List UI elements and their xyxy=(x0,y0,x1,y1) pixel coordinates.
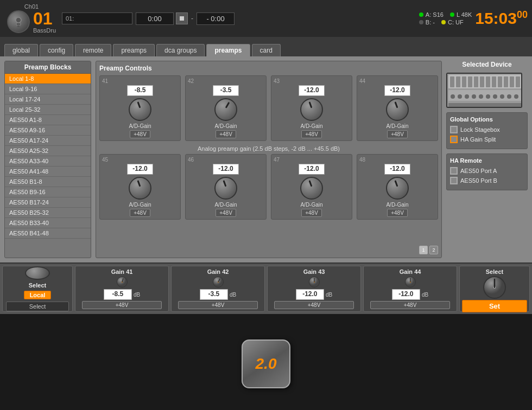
lock-stagebox-checkbox[interactable] xyxy=(450,126,458,133)
gain-value-43[interactable]: -12.0 xyxy=(299,85,325,96)
gain-knob-42[interactable] xyxy=(214,98,237,121)
gain-44-phantom-btn[interactable]: +48V xyxy=(370,301,450,309)
gain-42-value[interactable]: -3.5 xyxy=(200,289,228,300)
gain-value-45[interactable]: -12.0 xyxy=(127,164,153,175)
phantom-btn-44[interactable]: +48V xyxy=(387,130,408,138)
block-item-local-17-24[interactable]: Local 17-24 xyxy=(5,94,91,105)
gain-value-48[interactable]: -12.0 xyxy=(384,164,410,175)
svg-point-0 xyxy=(16,17,21,23)
gain-43-value[interactable]: -12.0 xyxy=(296,289,324,300)
ha-gain-split-checkbox[interactable] xyxy=(450,136,458,143)
block-item-aes50-a25-32[interactable]: AES50 A25-32 xyxy=(5,146,91,156)
set-knob[interactable] xyxy=(482,275,507,300)
gain-value-41[interactable]: -8.5 xyxy=(127,85,153,96)
gain-44-value[interactable]: -12.0 xyxy=(392,289,420,300)
block-item-aes50-b33-40[interactable]: AES50 B33-40 xyxy=(5,218,91,228)
gain-label-43: A/D-Gain xyxy=(300,123,322,129)
gain-41-value[interactable]: -8.5 xyxy=(104,289,132,300)
block-item-aes50-b1-8[interactable]: AES50 B1-8 xyxy=(5,177,91,187)
svg-rect-9 xyxy=(462,76,466,87)
gain-ch-43: 43 -12.0 A/D-Gain +48V xyxy=(271,75,352,141)
phantom-btn-45[interactable]: +48V xyxy=(130,209,150,217)
gain-knob-44[interactable] xyxy=(386,98,409,121)
svg-rect-15 xyxy=(498,76,502,87)
gain-44-knob[interactable] xyxy=(398,276,423,288)
tab-preamps1[interactable]: preamps xyxy=(113,44,155,56)
gain-knob-41[interactable] xyxy=(129,98,151,121)
phantom-btn-41[interactable]: +48V xyxy=(130,130,150,138)
gain-42-phantom-btn[interactable]: +48V xyxy=(178,301,258,309)
gain-42-label: Gain 42 xyxy=(207,268,229,275)
phantom-btn-42[interactable]: +48V xyxy=(216,130,236,138)
gain-knob-47[interactable] xyxy=(300,177,323,200)
svg-rect-29 xyxy=(448,103,522,108)
bottom-gain-42: Gain 42 -3.5 dB +48V xyxy=(171,266,265,312)
gain-41-phantom-btn[interactable]: +48V xyxy=(82,301,162,309)
channel-icon xyxy=(7,10,30,33)
svg-rect-1 xyxy=(16,23,21,25)
block-item-aes50-b41-48[interactable]: AES50 B41-48 xyxy=(5,228,91,239)
gain-knob-46[interactable] xyxy=(214,177,237,200)
phantom-btn-48[interactable]: +48V xyxy=(387,209,408,217)
bottom-select-left-value[interactable]: Local xyxy=(24,291,52,299)
block-item-aes50-a17-24[interactable]: AES50 A17-24 xyxy=(5,136,91,146)
gain-42-knob[interactable] xyxy=(206,276,231,288)
gain-value-44[interactable]: -12.0 xyxy=(384,85,410,96)
gain-41-label: Gain 41 xyxy=(111,268,133,275)
ha-gain-split-label: HA Gain Split xyxy=(460,136,496,143)
tab-config[interactable]: config xyxy=(40,44,73,56)
block-item-aes50-b9-16[interactable]: AES50 B9-16 xyxy=(5,187,91,197)
block-item-aes50-a1-8[interactable]: AES50 A1-8 xyxy=(5,115,91,125)
ha-port-b-checkbox[interactable] xyxy=(450,177,458,184)
phantom-btn-46[interactable]: +48V xyxy=(216,209,236,217)
svg-point-24 xyxy=(486,94,490,99)
block-item-aes50-b25-32[interactable]: AES50 B25-32 xyxy=(5,208,91,218)
tab-dca-groups[interactable]: dca groups xyxy=(156,44,205,56)
block-item-aes50-b17-24[interactable]: AES50 B17-24 xyxy=(5,197,91,208)
ch-num-48: 48 xyxy=(359,157,365,163)
block-item-local-25-32[interactable]: Local 25-32 xyxy=(5,105,91,115)
bottom-knob-left[interactable] xyxy=(25,266,50,280)
ch-num-45: 45 xyxy=(102,157,108,163)
stop-button[interactable] xyxy=(176,12,188,24)
block-item-local-9-16[interactable]: Local 9-16 xyxy=(5,84,91,94)
phantom-btn-47[interactable]: +48V xyxy=(301,209,322,217)
gain-value-46[interactable]: -12.0 xyxy=(213,164,239,175)
bottom-select-left-btn[interactable]: Select xyxy=(6,302,68,311)
tab-remote[interactable]: remote xyxy=(75,44,111,56)
track-input[interactable] xyxy=(62,12,132,24)
gain-knob-48[interactable] xyxy=(386,177,409,200)
page-1[interactable]: 1 xyxy=(419,246,428,254)
lock-stagebox-row: Lock Stagebox xyxy=(450,126,524,133)
gain-41-knob[interactable] xyxy=(110,276,135,288)
gain-42-value-row: -3.5 dB xyxy=(200,289,236,300)
status-c: C: UF xyxy=(448,19,464,25)
gain-43-knob[interactable] xyxy=(302,276,327,288)
tab-card[interactable]: card xyxy=(252,44,281,56)
gain-knob-43[interactable] xyxy=(300,98,323,121)
selected-device-title: Selected Device xyxy=(446,61,528,68)
block-item-aes50-a9-16[interactable]: AES50 A9-16 xyxy=(5,125,91,136)
page-2[interactable]: 2 xyxy=(429,246,438,254)
gain-43-phantom-btn[interactable]: +48V xyxy=(274,301,354,309)
ch-num-41: 41 xyxy=(102,78,108,84)
gain-ch-47: 47 -12.0 A/D-Gain +48V xyxy=(271,154,352,220)
gain-42-db: dB xyxy=(230,292,236,298)
phantom-btn-43[interactable]: +48V xyxy=(301,130,322,138)
block-item-local-1-8[interactable]: Local 1-8 xyxy=(5,74,91,84)
ch-num-43: 43 xyxy=(274,78,280,84)
selected-device-panel: Selected Device xyxy=(446,61,528,258)
block-item-aes50-a41-48[interactable]: AES50 A41-48 xyxy=(5,166,91,177)
version-badge: 2.0 xyxy=(242,339,290,388)
svg-point-20 xyxy=(458,94,462,99)
set-button[interactable]: Set xyxy=(462,300,527,312)
tab-preamps2[interactable]: preamps xyxy=(206,44,250,56)
tab-global[interactable]: global xyxy=(4,44,38,56)
gain-value-42[interactable]: -3.5 xyxy=(213,85,239,96)
channel-info xyxy=(62,12,132,24)
gain-value-47[interactable]: -12.0 xyxy=(299,164,325,175)
block-item-aes50-a33-40[interactable]: AES50 A33-40 xyxy=(5,156,91,166)
ha-port-a-label: AES50 Port A xyxy=(460,168,497,174)
gain-knob-45[interactable] xyxy=(129,177,151,200)
ha-port-a-checkbox[interactable] xyxy=(450,167,458,175)
